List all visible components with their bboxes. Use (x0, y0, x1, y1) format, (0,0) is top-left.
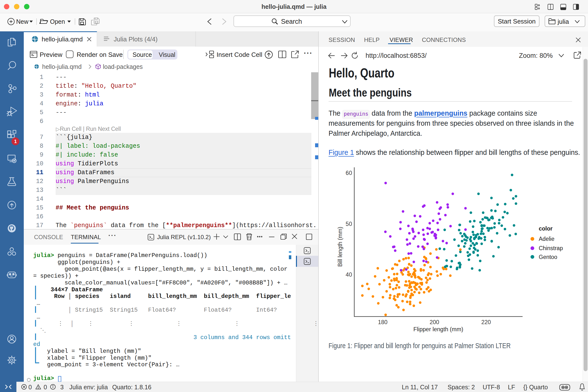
svg-text:1: 1 (14, 139, 17, 144)
svg-text:200: 200 (430, 319, 439, 325)
svg-text:180: 180 (378, 319, 387, 325)
svg-text:Flipper length (mm): Flipper length (mm) (413, 326, 463, 332)
svg-text:60: 60 (346, 170, 352, 176)
svg-text:Gentoo: Gentoo (539, 254, 557, 260)
svg-text:color: color (539, 226, 552, 232)
svg-text:50: 50 (346, 221, 352, 227)
svg-text:220: 220 (481, 319, 491, 325)
svg-text:40: 40 (346, 272, 352, 278)
svg-text:Chinstrap: Chinstrap (539, 245, 563, 251)
svg-text:Bill length (mm): Bill length (mm) (337, 226, 343, 266)
svg-text:Adelie: Adelie (539, 236, 554, 242)
